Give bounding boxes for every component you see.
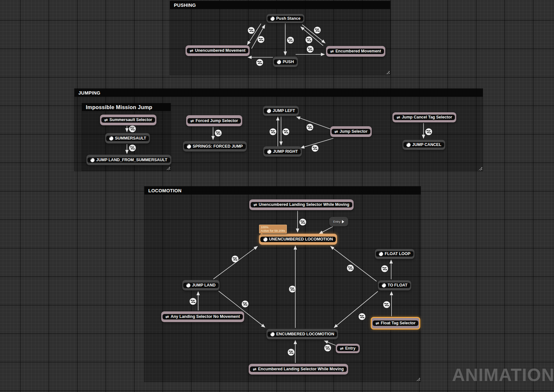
- node-summersault[interactable]: SUMMERSAULT: [105, 133, 150, 143]
- state-icon: [186, 283, 190, 287]
- node-unencumbered-movement[interactable]: ⇌Unencumbered Movement: [186, 45, 250, 56]
- state-icon: [270, 17, 275, 21]
- tooltip-percent: 100%: [261, 225, 285, 229]
- node-label: Jump Cancel Tag Selector: [402, 115, 452, 119]
- node-label: JUMP CANCEL: [412, 143, 441, 147]
- tooltip-active-time: Active for 59.208s: [261, 229, 285, 232]
- node-label: SPRINGS: FORCED JUMP: [193, 144, 243, 149]
- node-label: ENCUMBERED LOCOMOTION: [276, 332, 334, 336]
- comment-title-jumping[interactable]: JUMPING: [74, 89, 483, 97]
- comment-title-impossible-mission-jump[interactable]: Impossible Mission Jump: [82, 103, 171, 111]
- node-label: Unencumbered Landing Selector While Movi…: [259, 203, 349, 207]
- node-label: JUMP LAND_FROM_SUMMERSAULT: [96, 158, 167, 162]
- node-label: JUMP LEFT: [273, 109, 295, 113]
- node-jump-land[interactable]: JUMP LAND: [182, 280, 220, 290]
- node-label: TO FLOAT: [388, 283, 407, 287]
- comment-resize-handle[interactable]: [416, 377, 420, 381]
- node-jump-right[interactable]: JUMP RIGHT: [263, 146, 302, 157]
- state-icon: [187, 144, 191, 149]
- active-state-tooltip: 100% Active for 59.208s: [259, 225, 287, 233]
- node-push[interactable]: PUSH: [273, 57, 298, 67]
- node-summersault-selector[interactable]: ⇌Summersault Selector: [100, 115, 156, 125]
- node-jump-selector[interactable]: ⇌Jump Selector: [330, 126, 372, 137]
- state-icon: [267, 109, 271, 113]
- node-label: Entry: [333, 220, 340, 223]
- node-label: Unencumbered Movement: [195, 49, 245, 53]
- node-unencumbered-landing-selector-while-moving[interactable]: ⇌Unencumbered Landing Selector While Mov…: [249, 199, 354, 210]
- node-label: FLOAT LOOP: [385, 252, 411, 256]
- state-icon: [267, 150, 271, 154]
- state-icon: [277, 60, 281, 64]
- node-label: SUMMERSAULT: [115, 136, 146, 140]
- node-label: Encumbered Landing Selector While Moving: [258, 367, 344, 371]
- state-icon: [406, 143, 411, 147]
- conduit-arrows-icon: ⇌: [254, 203, 257, 207]
- node-jump-cancel[interactable]: JUMP CANCEL: [402, 140, 445, 150]
- conduit-arrows-icon: ⇌: [340, 346, 344, 351]
- play-icon: [342, 220, 344, 223]
- state-icon: [90, 158, 95, 162]
- state-icon: [109, 136, 113, 140]
- node-label: Any Landing Selector No Movement: [171, 315, 240, 319]
- conduit-arrows-icon: ⇌: [190, 49, 193, 53]
- conduit-arrows-icon: ⇌: [104, 118, 108, 122]
- node-label: Entry: [345, 346, 356, 351]
- conduit-arrows-icon: ⇌: [330, 49, 334, 53]
- state-icon: [263, 237, 267, 241]
- comment-resize-handle[interactable]: [479, 167, 482, 170]
- node-any-landing-selector-no-movement[interactable]: ⇌Any Landing Selector No Movement: [161, 311, 244, 322]
- node-push-stance[interactable]: Push Stance: [266, 14, 304, 23]
- blueprint-graph-canvas[interactable]: 100% Active for 59.208s ANIMATION PUSHIN…: [0, 0, 554, 392]
- node-float-loop[interactable]: FLOAT LOOP: [375, 249, 414, 259]
- node-float-tag-selector[interactable]: ⇌Float Tag Selector: [371, 317, 420, 330]
- node-to-float[interactable]: TO FLOAT: [378, 280, 411, 290]
- state-icon: [379, 252, 383, 256]
- node-label: Push Stance: [276, 17, 300, 21]
- node-label: PUSH: [283, 60, 294, 64]
- node-label: Jump Selector: [340, 129, 367, 134]
- node-label: Encumbered Movement: [335, 49, 381, 53]
- animation-watermark: ANIMATION: [452, 364, 554, 385]
- comment-title-locomotion[interactable]: LOCOMOTION: [144, 186, 421, 195]
- conduit-arrows-icon: ⇌: [190, 119, 194, 123]
- comment-resize-handle[interactable]: [386, 71, 390, 74]
- node-encumbered-locomotion[interactable]: ENCUMBERED LOCOMOTION: [266, 329, 338, 339]
- node-jump-land-from-summersault[interactable]: JUMP LAND_FROM_SUMMERSAULT: [86, 155, 171, 165]
- node-entry-21[interactable]: ⇌Entry: [336, 344, 360, 353]
- node-label: UNENCUMBERED LOCOMOTION: [269, 237, 333, 241]
- conduit-arrows-icon: ⇌: [334, 129, 338, 134]
- node-label: JUMP LAND: [192, 283, 216, 287]
- node-jump-left[interactable]: JUMP LEFT: [263, 106, 299, 116]
- node-label: Forced Jump Selector: [196, 119, 238, 123]
- node-label: Summersault Selector: [109, 118, 152, 122]
- node-entry-15[interactable]: Entry: [329, 217, 348, 226]
- conduit-arrows-icon: ⇌: [253, 367, 256, 371]
- state-icon: [270, 332, 275, 336]
- conduit-arrows-icon: ⇌: [165, 315, 169, 319]
- conduit-arrows-icon: ⇌: [376, 321, 379, 325]
- node-label: JUMP RIGHT: [273, 150, 298, 154]
- comment-resize-handle[interactable]: [166, 166, 170, 170]
- node-unencumbered-locomotion[interactable]: UNENCUMBERED LOCOMOTION: [259, 234, 337, 245]
- node-springs-forced-jump[interactable]: SPRINGS: FORCED JUMP: [183, 141, 247, 151]
- state-icon: [382, 283, 386, 287]
- node-encumbered-movement[interactable]: ⇌Encumbered Movement: [326, 46, 385, 57]
- node-forced-jump-selector[interactable]: ⇌Forced Jump Selector: [186, 115, 242, 126]
- node-jump-cancel-tag-selector[interactable]: ⇌Jump Cancel Tag Selector: [392, 112, 456, 122]
- conduit-arrows-icon: ⇌: [397, 115, 400, 119]
- node-encumbered-landing-selector-while-moving[interactable]: ⇌Encumbered Landing Selector While Movin…: [249, 364, 348, 375]
- node-label: Float Tag Selector: [381, 321, 415, 325]
- comment-title-pushing[interactable]: PUSHING: [170, 1, 390, 9]
